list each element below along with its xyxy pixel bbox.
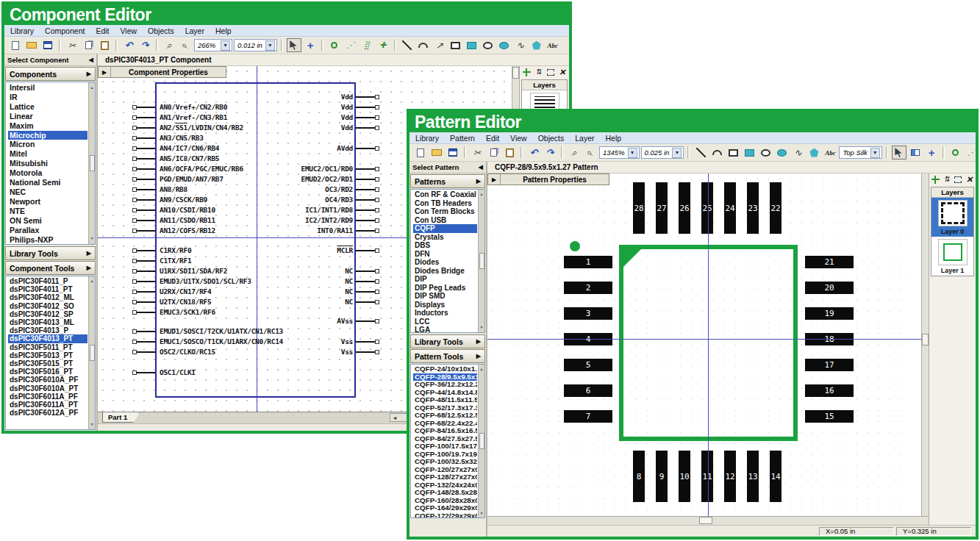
menu-item[interactable]: Help — [606, 134, 622, 143]
copy-icon[interactable] — [81, 38, 96, 52]
size-item[interactable]: CQFP-172/29x29x0.6 — [413, 512, 477, 519]
pattern-doc-tab[interactable]: CQFP-28/9.5x9.5x1.27 Pattern — [487, 162, 976, 173]
pad[interactable]: 10 — [679, 451, 690, 502]
filled-rectangle-tool[interactable] — [465, 38, 479, 52]
layer-1-item[interactable]: Layer 1 — [931, 237, 973, 276]
list-scrollbar[interactable]: ▲▼ — [478, 190, 484, 332]
pad[interactable]: 25 — [701, 182, 713, 234]
part-item[interactable]: dsPIC30F4012_SO — [8, 302, 87, 310]
pattern-editor-titlebar[interactable]: Pattern Editor — [409, 112, 976, 132]
crosshair-tool[interactable]: + — [924, 146, 939, 160]
zoom-out-icon[interactable]: ⌕ — [178, 38, 193, 52]
menu-item[interactable]: Layer — [185, 26, 204, 35]
cut-icon[interactable]: ✂ — [65, 38, 79, 52]
part-item[interactable]: dsPIC30F4012_SP — [8, 310, 87, 318]
size-item[interactable]: CQFP-68/12.5x12.5x — [413, 412, 477, 420]
pad[interactable]: 27 — [656, 182, 668, 234]
pad[interactable]: 2 — [564, 282, 612, 294]
category-item[interactable]: Inductors — [413, 309, 477, 318]
pad[interactable]: 12 — [724, 451, 736, 502]
size-item[interactable]: CQFP-36/12.2x12.2x — [413, 381, 477, 389]
manufacturer-item[interactable]: Newport — [8, 197, 87, 207]
category-item[interactable]: CQFP — [413, 224, 477, 233]
menu-item[interactable]: Pattern — [450, 134, 475, 143]
zoom-out-icon[interactable]: ⌕ — [583, 146, 598, 160]
size-item[interactable]: CQFP-84/16.5x16.5x — [413, 427, 477, 435]
manufacturer-item[interactable]: Micron — [8, 140, 87, 149]
pad[interactable]: 28 — [633, 182, 645, 234]
size-item[interactable]: CQFP-120/27x27x0.8 — [413, 466, 477, 474]
size-item[interactable]: CQFP-84/27.5x27.5x — [413, 435, 477, 443]
category-item[interactable]: Con USB — [413, 216, 477, 225]
zoom-in-icon[interactable]: ⌕ — [567, 146, 582, 160]
polyline-tool[interactable]: ∿ — [790, 146, 805, 160]
part-item[interactable]: dsPIC30F6012A_PF — [8, 409, 87, 417]
zoom-in-icon[interactable]: ⌕ — [162, 38, 176, 52]
grid-select[interactable]: 0.012 in — [234, 39, 277, 51]
text-tool[interactable]: Abc — [546, 38, 560, 52]
category-item[interactable]: Con TB Headers — [413, 199, 477, 208]
place-pin-line-tool[interactable]: ⋰ — [343, 38, 358, 52]
list-scrollbar[interactable]: ▲▼ — [88, 276, 95, 429]
manufacturer-item[interactable]: Mitel — [8, 149, 87, 159]
new-icon[interactable] — [413, 146, 428, 160]
part-item[interactable]: dsPIC30F5013_PT — [8, 351, 87, 359]
manufacturer-item[interactable]: Intersil — [8, 83, 87, 93]
component-tools-button[interactable]: Component Tools ▶ — [5, 261, 96, 275]
manufacturer-item[interactable]: Microchip — [8, 131, 87, 140]
save-icon[interactable] — [446, 146, 460, 160]
pad[interactable]: 9 — [656, 451, 668, 502]
category-item[interactable]: DIP SMD — [413, 292, 477, 301]
canvas-horizontal-scrollbar[interactable] — [487, 516, 929, 525]
size-item[interactable]: CQFP-164/29x29x0.6 — [413, 504, 477, 512]
canvas-vertical-scrollbar[interactable] — [921, 173, 929, 516]
select-component-header[interactable]: Select Component ◀ — [4, 54, 96, 66]
cut-icon[interactable]: ✂ — [470, 146, 484, 160]
size-item[interactable]: CQFP-132/24x24x0.6 — [413, 481, 477, 490]
category-item[interactable]: Con Term Blocks — [413, 207, 477, 216]
menu-item[interactable]: View — [121, 26, 137, 35]
crosshair-tool[interactable]: + — [303, 38, 318, 52]
pad[interactable]: 1 — [564, 256, 612, 268]
part-item[interactable]: dsPIC30F4011_P — [8, 277, 87, 285]
pad[interactable]: 21 — [805, 256, 854, 268]
menu-item[interactable]: Edit — [486, 134, 499, 143]
paste-icon[interactable] — [502, 146, 517, 160]
pad[interactable]: 16 — [805, 384, 854, 397]
components-section-button[interactable]: Components ▶ — [5, 67, 96, 81]
menu-item[interactable]: Objects — [148, 26, 174, 35]
text-tool[interactable]: Abc — [823, 146, 837, 160]
category-item[interactable]: LCC — [413, 318, 477, 326]
category-item[interactable]: Diodes Bridge — [413, 267, 477, 276]
manufacturer-item[interactable]: Picaxe — [8, 244, 87, 245]
component-editor-titlebar[interactable]: Component Editor — [4, 4, 569, 25]
updown-spinner-icon[interactable]: ⇅ — [533, 67, 543, 77]
paste-icon[interactable] — [97, 38, 112, 52]
size-item[interactable]: CQFP-148/28.5x28.5 — [413, 489, 477, 497]
place-pin-matrix-tool[interactable]: ⣿ — [360, 38, 374, 52]
pad-line-tool[interactable]: ⋰ — [965, 146, 979, 160]
place-pin-cross-tool[interactable]: ✚ — [376, 38, 390, 52]
menu-item[interactable]: Library — [10, 26, 34, 35]
filled-rectangle-tool[interactable] — [742, 146, 757, 160]
move-icon[interactable] — [930, 174, 940, 184]
size-item[interactable]: CQFP-68/22.4x22.4x — [413, 420, 477, 428]
undo-icon[interactable]: ↶ — [526, 146, 541, 160]
part-item[interactable]: dsPIC30F5016_PT — [8, 368, 87, 376]
part-item[interactable]: dsPIC30F5011_PT — [8, 343, 87, 351]
polyline-tool[interactable]: ∿ — [513, 38, 528, 52]
menu-item[interactable]: Library — [415, 134, 439, 143]
component-properties-button[interactable]: ▶ Component Properties — [98, 66, 226, 78]
part-item[interactable]: dsPIC30F4013_P — [8, 326, 87, 334]
part-item[interactable]: dsPIC30F4013_ML — [8, 318, 87, 326]
category-item[interactable]: Displays — [413, 301, 477, 309]
pad[interactable]: 19 — [805, 307, 854, 320]
category-item[interactable]: Crystals — [413, 233, 477, 242]
library-tools-button[interactable]: Library Tools ▶ — [410, 334, 485, 348]
zoom-select[interactable]: 1345% — [599, 146, 640, 159]
redo-icon[interactable]: ↷ — [543, 146, 557, 160]
open-icon[interactable] — [429, 146, 444, 160]
list-scrollbar[interactable]: ▲▼ — [88, 82, 95, 244]
pad[interactable]: 3 — [564, 307, 612, 320]
manufacturer-item[interactable]: National Semi — [8, 178, 87, 187]
